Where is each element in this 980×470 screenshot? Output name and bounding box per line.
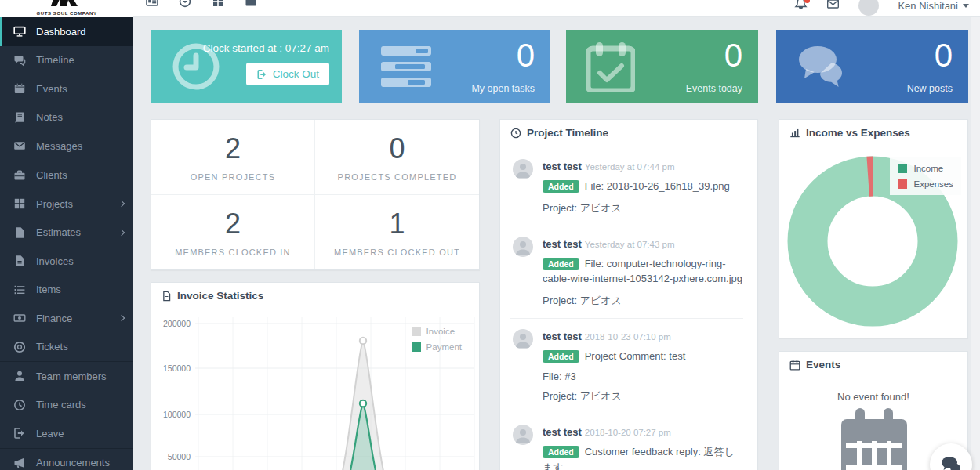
clock-started-text: Clock started at : 07:27 am (203, 42, 329, 54)
desktop-icon (13, 25, 26, 38)
id-card-icon[interactable] (146, 0, 158, 8)
timeline-project: Project: アビオス (543, 294, 743, 308)
avatar (513, 237, 533, 257)
invoice-legend-swatch (412, 327, 421, 336)
events-today-count: 0 (724, 38, 742, 74)
timeline-user[interactable]: test test (543, 161, 582, 172)
new-posts-card: 0 New posts (776, 30, 968, 103)
sidebar-item-estimates[interactable]: Estimates (0, 219, 133, 248)
sidebar-item-announcements[interactable]: Announcements (0, 449, 133, 470)
panel-title: Events (806, 359, 840, 371)
grid-icon (13, 197, 26, 210)
panel-title: Income vs Expenses (806, 127, 910, 139)
timeline-time: 2018-10-20 07:27 pm (585, 428, 671, 437)
payment-legend-swatch (412, 342, 421, 352)
invoice-chart-legend: Invoice Payment (412, 327, 462, 358)
sidebar-item-tickets[interactable]: Tickets (0, 333, 133, 362)
notification-badge (804, 0, 810, 3)
timeline-file: File: #3 (543, 371, 743, 382)
timeline-user[interactable]: test test (543, 426, 582, 438)
timeline-entry: test testYesterday at 07:43 pm AddedFile… (513, 237, 743, 308)
user-avatar[interactable] (858, 0, 879, 16)
tasks-icon (379, 45, 433, 89)
messages-envelope-icon[interactable] (826, 0, 840, 13)
clock-out-button[interactable]: Clock Out (246, 63, 329, 85)
sidebar-item-invoices[interactable]: Invoices (0, 247, 133, 276)
notifications-bell-icon[interactable] (794, 0, 808, 14)
bullhorn-icon (13, 457, 26, 469)
clock-icon (510, 128, 521, 139)
chat-bubbles-icon (941, 456, 961, 470)
user-menu[interactable]: Ken Nishitani (898, 0, 969, 12)
book-icon (13, 111, 26, 124)
added-badge: Added (543, 446, 579, 458)
file-icon (162, 291, 172, 302)
stat-members-clocked-in: 2 MEMBERS CLOCKED IN (151, 195, 315, 270)
sidebar-nav: Dashboard Timeline Events Notes Messages… (0, 17, 133, 470)
timeline-user[interactable]: test test (543, 331, 582, 342)
added-badge: Added (543, 258, 579, 270)
sidebar-item-leave[interactable]: Leave (0, 419, 133, 448)
timeline-entry: test test2018-10-20 07:27 pm AddedCustom… (513, 425, 743, 470)
avatar (513, 425, 533, 445)
bar-chart-icon (789, 128, 800, 138)
new-posts-count: 0 (935, 38, 953, 74)
briefcase-icon[interactable] (245, 0, 257, 8)
sidebar-item-events[interactable]: Events (0, 74, 133, 103)
added-badge: Added (543, 180, 579, 193)
timeline-entry: test testYesterday at 07:44 pm AddedFile… (513, 159, 743, 215)
events-today-card: 0 Events today (566, 30, 758, 103)
briefcase-icon (13, 169, 26, 182)
file-invoice-icon (13, 255, 26, 267)
sidebar-item-clients[interactable]: Clients (0, 161, 133, 190)
clock-icon (13, 399, 26, 411)
stat-members-clocked-out: 1 MEMBERS CLOCKED OUT (315, 195, 479, 270)
clock-card: Clock started at : 07:27 am Clock Out (151, 30, 342, 103)
avatar (513, 329, 533, 349)
donut-legend: Income Expenses (890, 157, 961, 195)
svg-text:50000: 50000 (168, 452, 191, 461)
open-tasks-card: 0 My open tasks (359, 30, 550, 103)
project-timeline-header: Project Timeline (500, 120, 757, 146)
sidebar-item-timeline[interactable]: Timeline (0, 46, 133, 75)
invoice-statistics-header: Invoice Statistics (151, 283, 479, 309)
expenses-legend-swatch (898, 179, 907, 189)
calendar-check-icon (586, 41, 635, 92)
sidebar-item-items[interactable]: Items (0, 276, 133, 305)
sidebar-item-notes[interactable]: Notes (0, 103, 133, 132)
added-badge: Added (543, 350, 579, 363)
chevron-right-icon (118, 201, 125, 207)
income-vs-expenses-header: Income vs Expenses (779, 120, 967, 146)
sidebar-item-messages[interactable]: Messages (0, 132, 133, 161)
timeline-time: Yesterday at 07:44 pm (585, 162, 675, 172)
income-legend-swatch (898, 164, 907, 173)
timeline-user[interactable]: test test (543, 238, 582, 250)
list-icon (13, 284, 26, 296)
timeline-entry: test test2018-10-23 07:10 pm AddedProjec… (513, 329, 743, 404)
events-header: Events (779, 352, 967, 378)
money-icon (13, 312, 26, 324)
life-ring-icon (13, 341, 26, 353)
user-name-label: Ken Nishitani (898, 0, 958, 12)
sidebar-item-finance[interactable]: Finance (0, 304, 133, 333)
sign-out-icon (13, 427, 26, 439)
timeline-action: Project Comment: test (585, 350, 686, 362)
user-icon (13, 370, 26, 382)
grid-icon[interactable] (212, 0, 224, 8)
chevron-right-icon (118, 315, 125, 321)
calendar-icon (789, 360, 800, 371)
company-name: GUTS SOUL COMPANY (0, 11, 133, 16)
sidebar-item-time-cards[interactable]: Time cards (0, 391, 133, 420)
sidebar-item-dashboard[interactable]: Dashboard (0, 17, 133, 46)
events-today-label: Events today (686, 83, 742, 94)
file-icon (13, 226, 26, 239)
new-posts-label: New posts (907, 83, 953, 94)
logo-mark-icon (49, 0, 85, 6)
timeline-time: Yesterday at 07:43 pm (585, 240, 675, 249)
timeline-project: Project: アビオス (543, 389, 743, 403)
scrollbar[interactable] (971, 17, 980, 470)
caret-circle-down-icon[interactable] (179, 0, 191, 8)
company-logo[interactable]: GUTS SOUL COMPANY (0, 0, 133, 17)
sidebar-item-team-members[interactable]: Team members (0, 362, 133, 391)
sidebar-item-projects[interactable]: Projects (0, 190, 133, 219)
